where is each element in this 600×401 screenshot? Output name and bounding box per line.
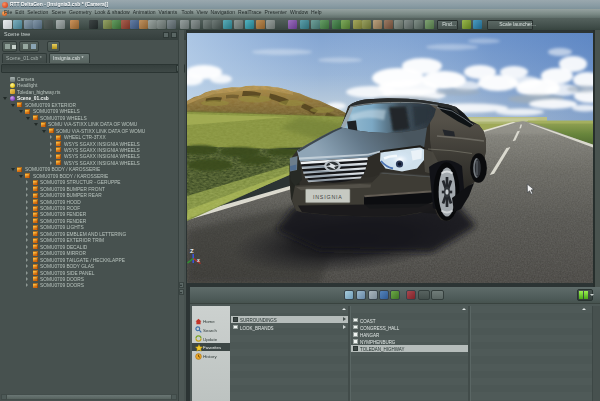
svg-text:x: x <box>197 257 200 263</box>
svg-text:INSIGNIA: INSIGNIA <box>313 194 343 200</box>
svg-text:Z: Z <box>190 248 194 254</box>
